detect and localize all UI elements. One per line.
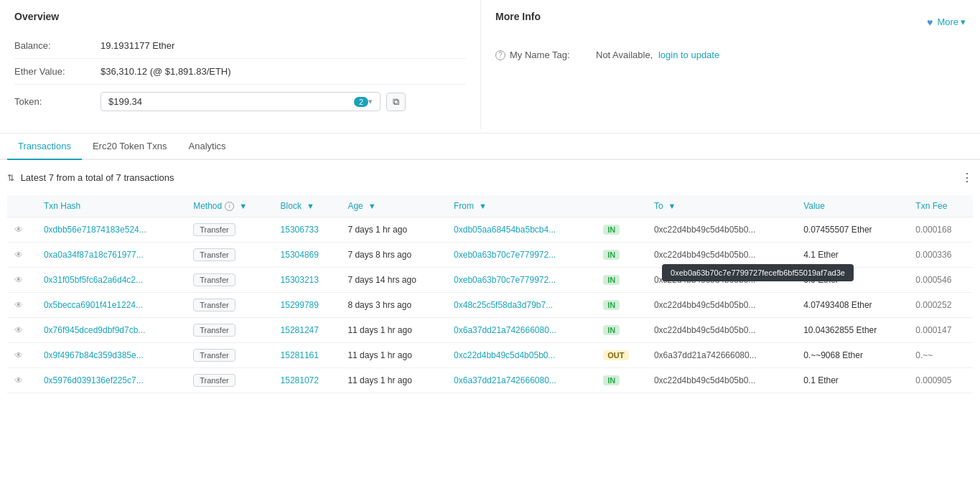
balance-label: Balance: [14, 40, 101, 51]
txn-hash-cell: 0x5becca6901f41e1224... [37, 293, 186, 318]
from-address[interactable]: 0xc22d4bb49c5d4b05b0... [454, 350, 555, 360]
tab-analytics[interactable]: Analytics [178, 133, 237, 160]
from-cell: 0xeb0a63b70c7e779972... [447, 268, 596, 293]
to-address: 0xc22d4bb49c5d4b05b0... [654, 250, 755, 260]
eye-cell[interactable]: 👁 [7, 368, 37, 393]
from-cell: 0x6a37dd21a742666080... [447, 368, 596, 393]
block-link[interactable]: 15299789 [281, 300, 319, 310]
age-cell: 7 days 8 hrs ago [340, 243, 447, 268]
block-link[interactable]: 15281161 [281, 350, 319, 360]
txn-hash-link[interactable]: 0x31f05bf5fc6a2a6d4c2... [44, 275, 143, 285]
table-summary-text: Latest 7 from a total of 7 transactions [21, 172, 174, 183]
age-cell: 11 days 1 hr ago [340, 318, 447, 343]
txn-hash-cell: 0x31f05bf5fc6a2a6d4c2... [37, 268, 186, 293]
from-cell: 0x48c25c5f58da3d79b7... [447, 293, 596, 318]
address-tooltip: 0xeb0a63b70c7e7799727fecefb6bf55019af7ad… [662, 264, 854, 281]
txn-hash-cell: 0x5976d039136ef225c7... [37, 368, 186, 393]
method-badge: Transfer [193, 273, 235, 286]
eye-cell[interactable]: 👁 [7, 343, 37, 368]
token-selector[interactable]: $199.34 2 ▾ [101, 92, 381, 111]
token-row: Token: $199.34 2 ▾ ⧉ [14, 85, 466, 118]
value-cell: 4.07493408 Ether [796, 293, 908, 318]
method-cell: Transfer [186, 217, 273, 243]
table-info: ⇅ Latest 7 from a total of 7 transaction… [7, 167, 973, 188]
filter-sort-icon: ⇅ [7, 173, 14, 183]
from-address[interactable]: 0xdb05aa68454ba5bcb4... [454, 225, 556, 235]
from-address[interactable]: 0x6a37dd21a742666080... [454, 375, 556, 385]
direction-cell: IN [596, 243, 647, 268]
txn-hash-cell: 0xa0a34f87a18c761977... [37, 243, 186, 268]
more-button[interactable]: ♥ More ▾ [927, 17, 966, 28]
table-row: 👁 0x76f945dced9dbf9d7cb... Transfer 1528… [7, 318, 973, 343]
method-filter-icon[interactable]: ▼ [239, 202, 247, 210]
table-summary: ⇅ Latest 7 from a total of 7 transaction… [7, 172, 174, 183]
from-address[interactable]: 0x48c25c5f58da3d79b7... [454, 300, 553, 310]
balance-value: 19.1931177 Ether [101, 40, 174, 51]
txn-hash-link[interactable]: 0x5becca6901f41e1224... [44, 300, 143, 310]
method-cell: Transfer [186, 268, 273, 293]
block-cell: 15304869 [274, 243, 341, 268]
to-address: 0xc22d4bb49c5d4b05b0... [654, 375, 755, 385]
method-badge: Transfer [193, 299, 235, 311]
th-block: Block ▼ [274, 195, 341, 217]
block-filter-icon[interactable]: ▼ [307, 202, 314, 210]
txn-hash-link[interactable]: 0xa0a34f87a18c761977... [44, 250, 144, 260]
from-address[interactable]: 0x6a37dd21a742666080... [454, 325, 556, 335]
to-cell: 0xc22d4bb49c5d4b05b0... [647, 368, 796, 393]
method-cell: Transfer [186, 243, 273, 268]
age-cell: 8 days 3 hrs ago [340, 293, 447, 318]
token-copy-button[interactable]: ⧉ [386, 93, 406, 111]
txn-hash-link[interactable]: 0x5976d039136ef225c7... [44, 375, 144, 385]
th-method: Method i ▼ [186, 195, 273, 217]
block-cell: 15303213 [274, 268, 341, 293]
eye-cell[interactable]: 👁 [7, 217, 37, 243]
token-dropdown-icon[interactable]: ▾ [368, 97, 373, 106]
eye-cell[interactable]: 👁 [7, 318, 37, 343]
txn-fee-cell: 0.000168 [908, 217, 973, 243]
block-link[interactable]: 15306733 [281, 225, 319, 235]
th-eye [7, 195, 37, 217]
table-row: 👁 0x9f4967b84c359d385e... Transfer 15281… [7, 343, 973, 368]
txn-hash-link[interactable]: 0x9f4967b84c359d385e... [44, 350, 144, 360]
block-link[interactable]: 15281247 [281, 325, 319, 335]
options-icon[interactable]: ⋮ [961, 171, 973, 184]
direction-badge-in: IN [603, 375, 620, 385]
eye-cell[interactable]: 👁 [7, 293, 37, 318]
from-address[interactable]: 0xeb0a63b70c7e779972... [454, 250, 556, 260]
tab-transactions[interactable]: Transactions [7, 133, 82, 160]
more-info-header: More Info ♥ More ▾ [495, 11, 966, 33]
block-link[interactable]: 15304869 [281, 250, 319, 260]
txn-fee-cell: 0.000546 [908, 268, 973, 293]
direction-cell: IN [596, 318, 647, 343]
table-row: 👁 0xa0a34f87a18c761977... Transfer 15304… [7, 243, 973, 268]
direction-badge-out: OUT [603, 350, 628, 360]
txn-fee-cell: 0.000336 [908, 243, 973, 268]
txn-hash-link[interactable]: 0xdbb56e71874183e524... [44, 225, 146, 235]
from-cell: 0xdb05aa68454ba5bcb4... [447, 217, 596, 243]
txn-hash-cell: 0x9f4967b84c359d385e... [37, 343, 186, 368]
from-filter-icon[interactable]: ▼ [479, 202, 487, 210]
method-cell: Transfer [186, 368, 273, 393]
tabs-bar: Transactions Erc20 Token Txns Analytics [0, 133, 980, 160]
method-info-icon: i [225, 202, 234, 211]
tab-erc20[interactable]: Erc20 Token Txns [82, 133, 178, 160]
from-address[interactable]: 0xeb0a63b70c7e779972... [454, 275, 556, 285]
direction-badge-in: IN [603, 325, 620, 335]
eye-cell[interactable]: 👁 [7, 243, 37, 268]
txn-hash-link[interactable]: 0x76f945dced9dbf9d7cb... [44, 325, 145, 335]
age-cell: 7 days 14 hrs ago [340, 268, 447, 293]
table-row: 👁 0x5becca6901f41e1224... Transfer 15299… [7, 293, 973, 318]
table-section: ⇅ Latest 7 from a total of 7 transaction… [0, 160, 980, 400]
txn-fee-cell: 0.~~ [908, 343, 973, 368]
age-filter-icon[interactable]: ▼ [368, 202, 376, 210]
token-value: $199.34 [108, 96, 348, 107]
login-link[interactable]: login to update [658, 50, 719, 60]
method-badge: Transfer [193, 349, 235, 362]
direction-cell: IN [596, 293, 647, 318]
block-cell: 15281072 [274, 368, 341, 393]
eye-cell[interactable]: 👁 [7, 268, 37, 293]
to-filter-icon[interactable]: ▼ [668, 202, 676, 210]
th-direction [596, 195, 647, 217]
block-link[interactable]: 15303213 [281, 275, 319, 285]
block-link[interactable]: 15281072 [281, 375, 319, 385]
